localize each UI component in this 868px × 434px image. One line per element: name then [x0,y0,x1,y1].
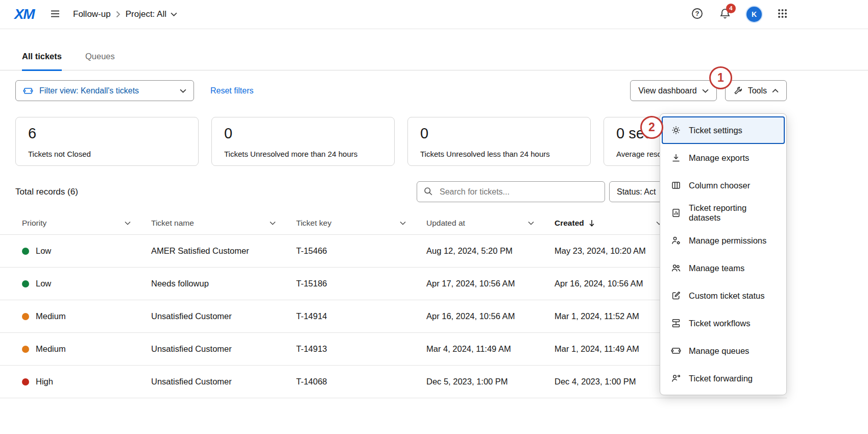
view-dashboard-label: View dashboard [638,86,696,95]
person-gear-icon [671,235,681,246]
menu-item-ticket-settings[interactable]: Ticket settings [662,116,785,144]
column-header-ticket-name[interactable]: Ticket name [151,219,296,228]
menu-item-manage-teams[interactable]: Manage teams [662,254,785,282]
ticket-key-cell: T-14913 [296,344,426,354]
menu-item-manage-permissions[interactable]: Manage permissions [662,227,785,254]
topbar-actions: ? 4 K [691,7,788,22]
stat-card-unresolved-less-24h: 0 Tickets Unresolved less than 24 hours [407,117,591,166]
priority-dot [22,313,29,320]
avatar[interactable]: K [746,7,762,22]
tools-label: Tools [748,86,767,95]
stat-label: Tickets Unresolved more than 24 hours [224,150,382,158]
updated-at-cell: Apr 16, 2024, 10:56 AM [426,311,554,321]
top-bar: XM Follow-up Project: All ? [0,0,868,29]
priority-dot [22,248,29,255]
menu-item-label: Manage queues [689,346,749,356]
menu-item-label: Manage permissions [689,236,766,246]
priority-label: High [36,377,53,387]
svg-text:?: ? [695,10,699,17]
menu-item-ticket-forwarding[interactable]: Ticket forwarding [662,365,785,392]
stat-card-not-closed: 6 Tickets not Closed [15,117,199,166]
priority-dot [22,280,29,287]
search-input[interactable] [417,181,605,202]
person-arrow-icon [671,373,681,383]
help-button[interactable]: ? [691,7,704,21]
gear-icon [671,125,681,135]
columns-icon [671,180,681,190]
stat-label: Tickets Unresolved less than 24 hours [420,150,578,158]
menu-item-label: Ticket forwarding [689,374,753,383]
menu-item-label: Ticket reporting datasets [689,203,776,223]
tools-dropdown-menu: Ticket settings Manage exports Column ch… [660,113,787,395]
column-label: Ticket name [151,219,194,228]
column-label: Priority [22,219,46,228]
search-icon [423,186,433,199]
updated-at-cell: Apr 17, 2024, 10:56 AM [426,279,554,288]
priority-cell: Medium [22,344,151,354]
filter-view-dropdown[interactable]: Filter view: Kendall's tickets [15,80,194,101]
hamburger-menu-button[interactable] [50,8,61,21]
updated-at-cell: Dec 5, 2023, 1:00 PM [426,377,554,387]
updated-at-cell: Mar 4, 2024, 11:49 AM [426,344,554,354]
menu-item-label: Manage teams [689,263,744,273]
total-records-label: Total records (6) [15,187,78,197]
menu-item-label: Manage exports [689,153,749,163]
menu-item-ticket-workflows[interactable]: Ticket workflows [662,309,785,337]
menu-item-manage-exports[interactable]: Manage exports [662,144,785,172]
sort-descending-icon [589,220,595,227]
help-icon: ? [691,7,704,21]
tab-queues[interactable]: Queues [85,52,115,70]
menu-item-label: Column chooser [689,181,750,190]
stat-value: 0 [224,125,382,142]
chevron-down-icon [270,221,276,225]
people-icon [671,263,681,273]
tools-button[interactable]: Tools [725,80,787,101]
tab-all-tickets[interactable]: All tickets [22,52,62,71]
menu-item-column-chooser[interactable]: Column chooser [662,172,785,199]
menu-item-manage-queues[interactable]: Manage queues [662,337,785,365]
column-header-ticket-key[interactable]: Ticket key [296,219,426,228]
annotation-step-1: 1 [709,66,732,89]
chevron-down-icon [400,221,406,225]
chevron-down-icon [702,89,709,93]
column-header-updated-at[interactable]: Updated at [426,219,554,228]
edit-icon [671,291,681,301]
ticket-name-cell: Unsatisfied Customer [151,311,296,321]
menu-item-custom-ticket-status[interactable]: Custom ticket status [662,282,785,309]
download-icon [671,153,681,163]
priority-label: Medium [36,311,66,321]
chevron-up-icon [772,89,779,93]
chevron-down-icon [180,89,186,93]
filter-view-label: Filter view: Kendall's tickets [39,86,139,95]
updated-at-cell: Aug 12, 2024, 5:20 PM [426,246,554,256]
menu-item-label: Custom ticket status [689,291,765,301]
ticket-name-cell: AMER Satisfied Customer [151,246,296,256]
chevron-down-icon [171,12,177,16]
stat-card-unresolved-more-24h: 0 Tickets Unresolved more than 24 hours [211,117,395,166]
report-chart-icon [671,208,681,218]
xm-logo: XM [14,6,34,22]
breadcrumb-project-label: Project: All [126,9,166,19]
stat-value: 0 [420,125,578,142]
priority-label: Medium [36,344,66,354]
stat-label: Tickets not Closed [28,150,186,158]
breadcrumb-project[interactable]: Project: All [126,9,177,19]
filter-toolbar: Filter view: Kendall's tickets Reset fil… [15,80,787,101]
app-grid-button[interactable] [777,8,788,20]
view-dashboard-button[interactable]: View dashboard [630,80,716,101]
stat-value: 6 [28,125,186,142]
ticket-name-cell: Unsatisfied Customer [151,344,296,354]
column-header-priority[interactable]: Priority [22,219,151,228]
ticket-key-cell: T-14914 [296,311,426,321]
menu-item-ticket-reporting-datasets[interactable]: Ticket reporting datasets [662,199,785,227]
breadcrumb-section[interactable]: Follow-up [73,9,111,19]
ticket-icon [23,86,33,96]
column-label: Ticket key [296,219,331,228]
annotation-step-2: 2 [640,116,663,139]
priority-dot [22,346,29,353]
reset-filters-link[interactable]: Reset filters [210,86,253,95]
ticket-key-cell: T-14068 [296,377,426,387]
priority-cell: Medium [22,311,151,321]
wrench-icon [733,86,743,95]
tabs-bar: All tickets Queues [0,29,868,70]
